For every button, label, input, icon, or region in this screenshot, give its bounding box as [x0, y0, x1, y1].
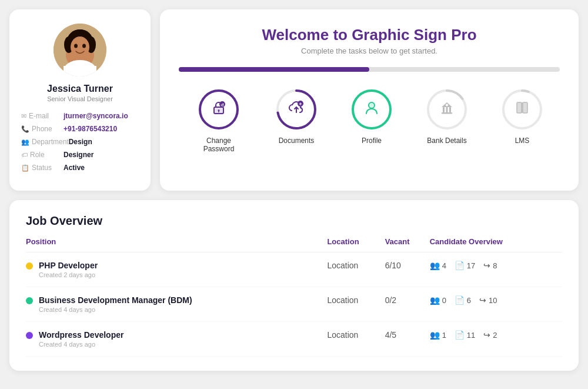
candidate-overview: 👥 1 📄 11 ↪ 2 — [430, 330, 562, 340]
forwarded-count: ↪ 8 — [483, 261, 497, 270]
info-value: +91-9876543210 — [64, 125, 117, 133]
task-circle: ↺ — [198, 88, 240, 131]
position-cell: PHP Developer Created 2 days ago — [26, 252, 327, 287]
task-circle — [426, 88, 468, 131]
vacant-cell: 4/5 — [385, 322, 430, 357]
position-cell-inner: PHP Developer Created 2 days ago — [26, 261, 327, 278]
task-icon — [514, 99, 530, 119]
task-label: Change Password — [195, 137, 242, 153]
job-overview-card: Job Overview PositionLocationVacantCandi… — [9, 200, 579, 371]
task-item-profile[interactable]: Profile — [350, 88, 393, 145]
info-icon: ✉ — [21, 112, 26, 120]
position-cell: Wordpress Developer Created 4 days ago — [26, 322, 327, 357]
position-name: Wordpress Developer — [39, 330, 123, 340]
applied-count: 👥 1 — [430, 330, 446, 340]
candidate-cell: 👥 0 📄 6 ↪ 10 — [430, 287, 562, 322]
job-table: PositionLocationVacantCandidate Overview… — [26, 237, 562, 357]
applied-icon: 👥 — [430, 261, 440, 270]
vacant-cell: 6/10 — [385, 252, 430, 287]
info-value: jturner@syncora.io — [64, 112, 128, 120]
position-info: Wordpress Developer Created 4 days ago — [39, 330, 123, 348]
svg-rect-33 — [449, 107, 451, 112]
applied-number: 1 — [442, 331, 446, 340]
progress-bar-fill — [179, 67, 369, 72]
task-circle — [350, 88, 393, 131]
avatar — [54, 24, 106, 77]
status-dot — [26, 262, 33, 270]
candidate-cell: 👥 1 📄 11 ↪ 2 — [430, 322, 562, 357]
info-icon: 📋 — [21, 164, 29, 172]
applied-count: 👥 4 — [430, 261, 446, 270]
position-info: Business Development Manager (BDM) Creat… — [39, 295, 192, 313]
position-date: Created 2 days ago — [39, 271, 98, 278]
task-icon — [439, 99, 455, 119]
progress-bar — [179, 67, 560, 72]
task-icon — [363, 99, 380, 119]
svg-text:↺: ↺ — [220, 103, 224, 107]
info-label: 📋 Status — [21, 164, 64, 172]
job-table-head: PositionLocationVacantCandidate Overview — [26, 237, 562, 252]
task-icon: + — [288, 99, 305, 119]
task-item-bank-details[interactable]: Bank Details — [426, 88, 468, 145]
candidate-overview: 👥 0 📄 6 ↪ 10 — [430, 295, 562, 305]
location-cell: Location — [327, 252, 385, 287]
position-cell-inner: Business Development Manager (BDM) Creat… — [26, 295, 327, 313]
svg-rect-40 — [523, 102, 527, 113]
task-label: Bank Details — [427, 137, 466, 145]
info-value: Design — [69, 138, 92, 146]
task-item-change-password[interactable]: ↺ Change Password — [195, 88, 242, 153]
welcome-subtitle: Complete the tasks below to get started. — [179, 46, 560, 55]
candidate-cell: 👥 4 📄 17 ↪ 8 — [430, 252, 562, 287]
position-date: Created 4 days ago — [39, 341, 123, 348]
job-table-header-cell: Vacant — [385, 237, 430, 252]
job-table-row: Business Development Manager (BDM) Creat… — [26, 287, 562, 322]
forwarded-icon: ↪ — [479, 295, 486, 305]
welcome-title: Welcome to Graphic Sign Pro — [179, 26, 560, 44]
profile-name: Jessica Turner — [47, 84, 113, 94]
position-info: PHP Developer Created 2 days ago — [39, 261, 98, 278]
svg-text:+: + — [299, 101, 302, 107]
info-label: ✉ E-mail — [21, 112, 64, 120]
task-item-lms[interactable]: LMS — [501, 88, 543, 145]
info-label: 👥 Department — [21, 138, 69, 146]
forwarded-number: 10 — [489, 296, 497, 305]
info-value: Active — [64, 164, 85, 172]
job-table-row: PHP Developer Created 2 days ago Locatio… — [26, 252, 562, 287]
profile-info: ✉ E-mail jturner@syncora.io 📞 Phone +91-… — [21, 112, 139, 177]
job-table-header-cell: Location — [327, 237, 385, 252]
job-table-header-cell: Position — [26, 237, 327, 252]
location-cell: Location — [327, 287, 385, 322]
svg-point-8 — [82, 44, 86, 48]
task-label: Profile — [362, 137, 382, 145]
welcome-card: Welcome to Graphic Sign Pro Complete the… — [160, 9, 579, 191]
job-table-header-cell: Candidate Overview — [430, 237, 562, 252]
docs-count: 📄 6 — [455, 295, 471, 305]
forwarded-number: 8 — [493, 261, 497, 270]
info-value: Designer — [64, 151, 93, 159]
forwarded-icon: ↪ — [483, 261, 490, 270]
info-icon: 🏷 — [21, 151, 28, 158]
forwarded-count: ↪ 2 — [483, 330, 497, 340]
info-label: 📞 Phone — [21, 125, 64, 133]
docs-icon: 📄 — [455, 330, 465, 340]
svg-point-6 — [71, 36, 89, 58]
job-table-header-row: PositionLocationVacantCandidate Overview — [26, 237, 562, 252]
job-table-body: PHP Developer Created 2 days ago Locatio… — [26, 252, 562, 357]
profile-job-title: Senior Visual Designer — [47, 95, 113, 102]
svg-rect-10 — [64, 66, 96, 77]
docs-icon: 📄 — [455, 261, 465, 270]
applied-icon: 👥 — [430, 330, 440, 340]
task-circle — [501, 88, 543, 131]
task-circle: + — [275, 88, 318, 131]
profile-card: Jessica Turner Senior Visual Designer ✉ … — [9, 9, 151, 191]
task-icon: ↺ — [211, 99, 227, 119]
svg-point-7 — [74, 44, 78, 48]
position-name: Business Development Manager (BDM) — [39, 295, 192, 305]
position-cell-inner: Wordpress Developer Created 4 days ago — [26, 330, 327, 348]
position-date: Created 4 days ago — [39, 306, 192, 313]
docs-number: 17 — [467, 261, 475, 270]
task-item-documents[interactable]: + Documents — [275, 88, 318, 145]
info-icon: 📞 — [21, 125, 29, 133]
position-cell: Business Development Manager (BDM) Creat… — [26, 287, 327, 322]
docs-number: 11 — [467, 331, 475, 340]
